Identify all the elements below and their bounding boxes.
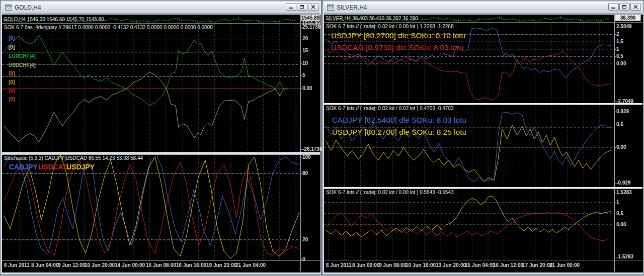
gold-quote-line: GOLD,H4 1546.20 1546.60 1545.70 1545.80 — [4, 17, 104, 22]
mini-bar — [147, 21, 149, 22]
mini-bar — [104, 20, 106, 21]
mini-bar — [607, 18, 609, 19]
mini-bar — [503, 19, 505, 20]
restore-button[interactable] — [619, 3, 630, 11]
mini-bar — [125, 19, 126, 20]
mini-bar — [170, 19, 172, 20]
mini-bar — [562, 18, 564, 19]
mini-bar — [233, 19, 235, 20]
mini-bar — [596, 20, 598, 21]
minimize-button[interactable] — [608, 3, 619, 11]
red-line-line — [326, 213, 611, 241]
mini-bar — [249, 20, 251, 21]
usdjpy-lot-text-2: USDJPY [80.2700] dle SOKu: 8.25 lotu — [332, 128, 466, 136]
silver-indicator-pane-3[interactable] — [324, 189, 614, 260]
y-axis-label: 1 — [616, 199, 619, 205]
mini-bar — [469, 20, 471, 21]
mini-bar — [199, 22, 201, 23]
y-axis-label: 0.5 — [616, 53, 623, 59]
mini-bar-wick — [238, 17, 239, 20]
mini-bar — [254, 20, 255, 21]
mini-bar — [555, 18, 557, 19]
mini-bar — [267, 21, 269, 22]
mini-bar — [134, 21, 135, 22]
y-axis-label: 0.00 — [302, 85, 312, 91]
mini-bar — [270, 21, 271, 22]
mini-bar — [589, 20, 591, 21]
mini-bar — [508, 19, 509, 20]
x-axis-label: 8 Jun 04:00 — [31, 262, 58, 268]
x-axis-label: 21 Jun 04:00 — [235, 262, 266, 268]
mini-bar — [515, 19, 516, 20]
silver-pane-separator-1[interactable] — [324, 103, 642, 105]
mini-bar — [285, 19, 287, 20]
title-bar-gold[interactable]: GOLD,H4 — [2, 2, 319, 14]
mini-bar — [429, 19, 430, 20]
window-title: GOLD,H4 — [15, 4, 41, 11]
close-button[interactable] — [630, 3, 641, 11]
indicator-buffer-label: [0] — [9, 79, 15, 85]
minimize-button[interactable] — [286, 3, 296, 11]
x-axis-label: 6 Jun 2011 — [326, 262, 352, 268]
mini-bar — [571, 19, 573, 20]
mini-bar — [168, 20, 169, 21]
restore-button[interactable] — [297, 3, 307, 11]
mini-bar-wick — [581, 19, 581, 22]
mini-bar — [603, 20, 604, 21]
mini-bar — [290, 20, 291, 21]
mini-bar — [542, 19, 543, 20]
window-title: SILVER,H4 — [337, 4, 367, 11]
silver-axis-separator — [324, 260, 642, 260]
x-axis-label: 8 Jun 00:00 — [352, 262, 379, 268]
mini-bar — [462, 20, 464, 21]
mini-bar — [471, 21, 473, 22]
mini-bar — [235, 19, 237, 20]
desktop: GOLD,H4 SILVER,H4 — [0, 0, 644, 276]
mini-bar — [544, 18, 545, 19]
mini-bar — [535, 21, 536, 22]
mini-bar-wick — [259, 20, 259, 23]
mini-bar — [292, 20, 294, 21]
mini-bar — [465, 20, 466, 21]
mini-bar-wick — [116, 18, 117, 21]
mini-bar — [456, 20, 457, 21]
mini-bar — [138, 21, 140, 22]
mini-bar — [288, 19, 289, 20]
mini-bar — [424, 19, 426, 20]
mini-bar — [294, 20, 296, 21]
mini-bar — [252, 20, 253, 21]
mini-bar — [179, 19, 181, 20]
mini-bar-wick — [560, 16, 561, 19]
mini-bar — [265, 21, 267, 22]
y-axis-label: 1 — [616, 46, 619, 52]
mini-bar — [488, 19, 489, 20]
mini-bar — [530, 20, 532, 21]
mini-bar — [506, 19, 507, 20]
title-bar-silver[interactable]: SILVER,H4 — [324, 2, 642, 14]
gold-indicator-pane[interactable] — [2, 24, 300, 152]
mini-bar — [256, 20, 258, 21]
silver-pane-separator-2[interactable] — [324, 187, 642, 189]
mini-bar — [447, 18, 448, 19]
indicator-buffer-label: EURCHF[4] — [9, 53, 36, 59]
gold-strip-separator[interactable] — [2, 23, 320, 24]
mini-bar — [553, 19, 554, 20]
mini-bar — [122, 20, 124, 21]
gold-indicator-header: SOK 6-7 čas_4dvojpary // 29617 0.0000 0.… — [4, 25, 213, 30]
close-button[interactable] — [308, 3, 318, 11]
chart-window-icon — [327, 5, 334, 11]
mini-bar — [143, 21, 144, 22]
mini-bar-wick — [479, 18, 479, 21]
y-axis-label: 0.00 — [616, 222, 626, 228]
mini-bar — [485, 19, 487, 20]
mini-bar — [272, 21, 273, 22]
silver-strip-separator[interactable] — [324, 22, 642, 23]
mini-bar-wick — [438, 17, 439, 20]
gold-pane-separator[interactable] — [2, 152, 320, 155]
mini-bar — [483, 19, 485, 20]
mini-bar — [422, 19, 423, 20]
y-axis-label: 0.00 — [616, 144, 626, 150]
y-axis-label: 20 — [302, 237, 308, 243]
mini-bar — [521, 21, 523, 22]
y-axis-label: 25.1738 — [302, 24, 320, 30]
